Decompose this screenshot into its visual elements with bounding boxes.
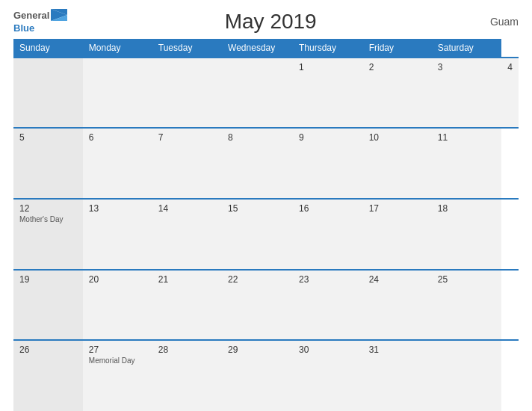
calendar-cell: 31 xyxy=(363,340,432,411)
table-row: 1234 xyxy=(13,58,519,129)
header-thursday: Thursday xyxy=(293,39,363,58)
calendar-page: General Blue May 2019 Guam xyxy=(0,0,532,411)
cell-date-number: 28 xyxy=(158,344,216,355)
cell-date-number: 3 xyxy=(438,62,495,72)
cell-date-number: 29 xyxy=(228,344,287,355)
calendar-cell: 2 xyxy=(363,58,432,129)
cell-date-number: 19 xyxy=(19,274,77,285)
calendar-cell: 11 xyxy=(432,128,501,199)
calendar-cell: 12Mother's Day xyxy=(13,199,83,270)
cell-date-number: 22 xyxy=(228,274,287,285)
calendar-cell: 3 xyxy=(432,58,501,129)
calendar-cell: 23 xyxy=(293,270,363,341)
calendar-cell: 20 xyxy=(83,270,152,341)
header-saturday: Saturday xyxy=(432,39,501,58)
calendar-cell: 1 xyxy=(293,58,363,129)
calendar-cell: 26 xyxy=(13,340,83,411)
calendar-cell: 5 xyxy=(13,128,83,199)
calendar-cell: 27Memorial Day xyxy=(83,340,152,411)
calendar-cell xyxy=(13,58,83,129)
cell-date-number: 7 xyxy=(158,132,216,143)
calendar-cell: 18 xyxy=(432,199,501,270)
calendar-cell: 29 xyxy=(222,340,293,411)
cell-event-label: Mother's Day xyxy=(19,215,77,223)
cell-date-number: 21 xyxy=(158,274,216,285)
cell-date-number: 24 xyxy=(369,274,426,285)
cell-date-number: 18 xyxy=(438,203,495,214)
calendar-cell: 6 xyxy=(83,128,152,199)
cell-date-number: 11 xyxy=(438,132,495,143)
calendar-cell: 14 xyxy=(152,199,222,270)
calendar-table: Sunday Monday Tuesday Wednesday Thursday… xyxy=(13,39,519,411)
cell-date-number: 26 xyxy=(19,344,77,355)
calendar-cell: 28 xyxy=(152,340,222,411)
calendar-cell xyxy=(432,340,501,411)
cell-date-number: 2 xyxy=(369,62,426,72)
cell-date-number: 10 xyxy=(369,132,426,143)
calendar-cell: 24 xyxy=(363,270,432,341)
table-row: 19202122232425 xyxy=(13,270,519,341)
calendar-cell: 15 xyxy=(222,199,293,270)
logo: General Blue xyxy=(13,9,67,34)
calendar-cell: 17 xyxy=(363,199,432,270)
cell-date-number: 5 xyxy=(19,132,77,143)
calendar-title: May 2019 xyxy=(67,10,474,34)
logo-blue: Blue xyxy=(13,22,34,34)
calendar-cell: 4 xyxy=(501,58,519,129)
cell-date-number: 17 xyxy=(369,203,426,214)
logo-flag-icon xyxy=(51,9,67,21)
header-tuesday: Tuesday xyxy=(152,39,222,58)
calendar-cell: 21 xyxy=(152,270,222,341)
region-label: Guam xyxy=(474,16,519,28)
calendar-cell: 13 xyxy=(83,199,152,270)
calendar-cell: 7 xyxy=(152,128,222,199)
cell-date-number: 15 xyxy=(228,203,287,214)
calendar-cell xyxy=(152,58,222,129)
table-row: 12Mother's Day131415161718 xyxy=(13,199,519,270)
header-sunday: Sunday xyxy=(13,39,83,58)
cell-date-number: 27 xyxy=(89,344,146,355)
calendar-cell: 19 xyxy=(13,270,83,341)
header-friday: Friday xyxy=(363,39,432,58)
weekday-header-row: Sunday Monday Tuesday Wednesday Thursday… xyxy=(13,39,519,58)
table-row: 2627Memorial Day28293031 xyxy=(13,340,519,411)
header-wednesday: Wednesday xyxy=(222,39,293,58)
cell-date-number: 14 xyxy=(158,203,216,214)
calendar-cell: 16 xyxy=(293,199,363,270)
cell-date-number: 8 xyxy=(228,132,287,143)
calendar-cell: 22 xyxy=(222,270,293,341)
header-monday: Monday xyxy=(83,39,152,58)
cell-date-number: 12 xyxy=(19,203,77,214)
logo-general: General xyxy=(13,10,49,20)
cell-date-number: 16 xyxy=(299,203,357,214)
calendar-cell: 10 xyxy=(363,128,432,199)
table-row: 567891011 xyxy=(13,128,519,199)
calendar-cell xyxy=(83,58,152,129)
calendar-header: General Blue May 2019 Guam xyxy=(0,0,532,39)
cell-date-number: 1 xyxy=(299,62,357,72)
cell-date-number: 4 xyxy=(507,62,513,72)
cell-date-number: 31 xyxy=(369,344,426,355)
cell-date-number: 9 xyxy=(299,132,357,143)
calendar-cell: 25 xyxy=(432,270,501,341)
calendar-cell: 8 xyxy=(222,128,293,199)
calendar-cell: 30 xyxy=(293,340,363,411)
cell-date-number: 23 xyxy=(299,274,357,285)
calendar-cell xyxy=(222,58,293,129)
cell-date-number: 13 xyxy=(89,203,146,214)
cell-date-number: 20 xyxy=(89,274,146,285)
cell-date-number: 6 xyxy=(89,132,146,143)
cell-date-number: 25 xyxy=(438,274,495,285)
cell-date-number: 30 xyxy=(299,344,357,355)
cell-event-label: Memorial Day xyxy=(89,356,146,365)
calendar-cell: 9 xyxy=(293,128,363,199)
